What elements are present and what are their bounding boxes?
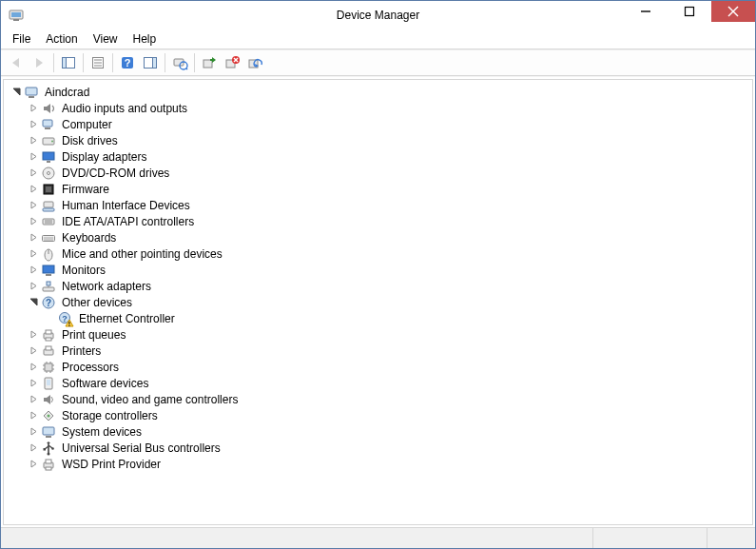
- tree-node[interactable]: WSD Print Provider: [10, 456, 750, 472]
- unknown-warn-icon: ?!: [58, 311, 73, 326]
- close-button[interactable]: [711, 1, 755, 22]
- svg-rect-39: [44, 202, 53, 207]
- expand-icon[interactable]: [27, 280, 40, 293]
- expand-icon[interactable]: [27, 377, 40, 390]
- update-driver-button[interactable]: [198, 51, 221, 74]
- tree-node[interactable]: System devices: [10, 423, 750, 440]
- tree-node-label: Computer: [60, 118, 114, 131]
- svg-rect-29: [43, 120, 52, 127]
- tree-pane-icon: [61, 55, 76, 70]
- scan-hardware-button[interactable]: [168, 51, 191, 74]
- tree-node[interactable]: Disk drives: [10, 132, 750, 148]
- menu-view[interactable]: View: [86, 30, 126, 48]
- show-hide-tree-button[interactable]: [57, 51, 80, 74]
- tree-node[interactable]: Mice and other pointing devices: [10, 245, 750, 262]
- tree-node[interactable]: Printers: [10, 343, 750, 359]
- tree-node-label: WSD Print Provider: [60, 458, 163, 471]
- tree-node[interactable]: Print queues: [10, 326, 750, 343]
- tree-node[interactable]: Keyboards: [10, 229, 750, 245]
- tree-node[interactable]: Universal Serial Bus controllers: [10, 440, 750, 456]
- expand-icon[interactable]: [27, 458, 40, 471]
- svg-rect-2: [13, 19, 19, 21]
- expand-icon[interactable]: [27, 344, 40, 358]
- expand-icon[interactable]: [27, 118, 40, 131]
- tree-node-label: System devices: [60, 425, 144, 439]
- tree-node[interactable]: Firmware: [10, 181, 750, 197]
- expand-icon[interactable]: [27, 215, 40, 228]
- menu-help[interactable]: Help: [126, 30, 165, 48]
- ide-icon: [41, 214, 56, 229]
- sound-icon: [41, 392, 56, 407]
- expand-icon[interactable]: [27, 183, 40, 196]
- tree-node[interactable]: IDE ATA/ATAPI controllers: [10, 213, 750, 229]
- expand-icon[interactable]: [27, 328, 40, 342]
- tree-node[interactable]: Human Interface Devices: [10, 197, 750, 213]
- collapse-icon[interactable]: [27, 296, 40, 309]
- status-pane-main: [1, 528, 593, 548]
- svg-rect-16: [153, 58, 157, 69]
- tree-node[interactable]: Computer: [10, 116, 750, 132]
- svg-rect-63: [46, 346, 51, 350]
- tree-node[interactable]: ?Other devices: [10, 294, 750, 310]
- tree-node-label: Network adapters: [60, 280, 153, 293]
- tree-node[interactable]: ?!Ethernet Controller: [10, 310, 750, 326]
- tree-node[interactable]: Software devices: [10, 375, 750, 391]
- tree-node-label: Firmware: [60, 183, 111, 196]
- expand-icon[interactable]: [27, 441, 40, 455]
- storage-icon: [41, 408, 56, 423]
- svg-line-19: [186, 69, 188, 70]
- maximize-button[interactable]: [668, 1, 711, 22]
- tree-node-label: Printers: [60, 344, 103, 358]
- tree-node-label: Audio inputs and outputs: [60, 102, 189, 115]
- menu-file[interactable]: File: [5, 30, 38, 48]
- expand-icon[interactable]: [27, 231, 40, 245]
- expand-icon[interactable]: [27, 150, 40, 164]
- expand-icon[interactable]: [27, 167, 40, 180]
- tree-node-label: Software devices: [60, 377, 150, 390]
- expand-icon[interactable]: [27, 264, 40, 277]
- svg-text:!: !: [68, 320, 70, 326]
- svg-rect-74: [47, 380, 50, 385]
- tree-node[interactable]: Monitors: [10, 262, 750, 278]
- svg-rect-83: [46, 467, 51, 470]
- toolbar: ?: [1, 49, 755, 76]
- app-icon: [9, 8, 24, 23]
- collapse-icon[interactable]: [10, 86, 23, 99]
- tree-node-label: Ethernet Controller: [77, 312, 177, 325]
- uninstall-button[interactable]: [221, 51, 243, 74]
- expand-icon[interactable]: [27, 247, 40, 261]
- tree-node[interactable]: Network adapters: [10, 278, 750, 294]
- device-tree[interactable]: AindcradAudio inputs and outputsComputer…: [3, 79, 753, 525]
- computer-icon: [24, 85, 39, 100]
- help-button[interactable]: ?: [116, 51, 139, 74]
- toolbar-separator: [194, 53, 195, 72]
- tree-node[interactable]: Display adapters: [10, 148, 750, 165]
- tree-node[interactable]: DVD/CD-ROM drives: [10, 165, 750, 181]
- add-legacy-button[interactable]: [243, 51, 266, 74]
- tree-node[interactable]: Storage controllers: [10, 407, 750, 423]
- tree-node[interactable]: Audio inputs and outputs: [10, 100, 750, 116]
- tree-node[interactable]: Aindcrad: [10, 84, 750, 100]
- tree-node[interactable]: Sound, video and game controllers: [10, 391, 750, 407]
- expand-icon[interactable]: [27, 393, 40, 406]
- expand-icon[interactable]: [27, 134, 40, 147]
- svg-rect-30: [45, 127, 50, 129]
- svg-rect-60: [46, 330, 51, 334]
- usb-icon: [41, 441, 56, 456]
- back-button: [5, 51, 28, 74]
- properties-button[interactable]: [87, 51, 109, 74]
- menu-action[interactable]: Action: [38, 30, 85, 48]
- svg-rect-82: [46, 460, 51, 463]
- svg-rect-33: [43, 152, 54, 160]
- svg-point-75: [48, 414, 50, 417]
- expand-icon[interactable]: [27, 361, 40, 374]
- scan-icon: [172, 55, 187, 70]
- expand-icon[interactable]: [27, 409, 40, 422]
- expand-icon[interactable]: [27, 425, 40, 439]
- action-button[interactable]: [139, 51, 162, 74]
- expand-icon[interactable]: [27, 102, 40, 115]
- minimize-button[interactable]: [624, 1, 668, 22]
- tree-node-label: Mice and other pointing devices: [60, 247, 224, 261]
- tree-node[interactable]: Processors: [10, 359, 750, 375]
- expand-icon[interactable]: [27, 199, 40, 212]
